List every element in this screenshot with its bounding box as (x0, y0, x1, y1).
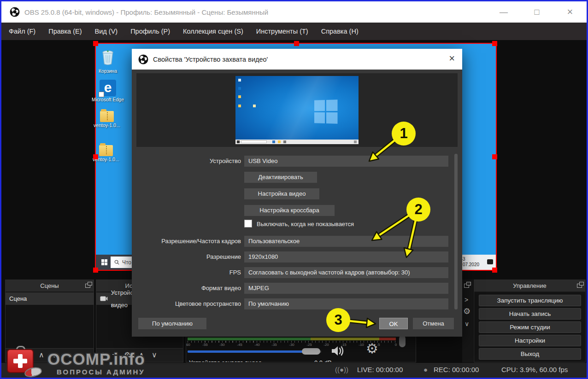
color-space-combobox[interactable]: По умолчанию (244, 298, 448, 309)
start-streaming-button[interactable]: Запустить трансляцию (479, 295, 581, 306)
ok-button[interactable]: OK (379, 318, 408, 329)
menu-scene-collection[interactable]: Коллекция сцен (S) (183, 28, 243, 35)
zip-folder-icon (99, 145, 113, 156)
dialog-scrollbar[interactable] (454, 154, 458, 309)
settings-button[interactable]: Настройки (479, 335, 581, 346)
live-broadcast-icon: ((●)) (335, 366, 348, 373)
configure-video-button[interactable]: Настройка видео (244, 188, 319, 199)
desktop-icon-ventoy-zip: ventoy-1.0... (89, 111, 124, 128)
menu-edit[interactable]: Правка (E) (48, 28, 82, 35)
handle-bottom-right[interactable] (492, 268, 497, 273)
volume-slider[interactable] (188, 350, 321, 353)
annotation-balloon-2: 2 (406, 198, 430, 222)
zip-folder-icon (100, 111, 114, 122)
video-preview-thumbnail (235, 76, 359, 144)
meter-tick: -25 (306, 343, 312, 347)
chevron-down-icon[interactable]: ∨ (465, 320, 469, 327)
move-source-down-button[interactable]: ∨ (152, 350, 157, 359)
windows-logo (314, 99, 338, 124)
minimize-button[interactable]: — (487, 1, 520, 23)
menu-profile[interactable]: Профиль (P) (130, 28, 170, 35)
meter-tick: -30 (289, 343, 294, 347)
transition-gear-icon[interactable]: ⚙ (463, 306, 470, 316)
notification-icon (487, 259, 493, 264)
obs-logo-icon (138, 54, 148, 64)
dialog-titlebar: Свойства 'Устройство захвата видео' × (132, 49, 462, 70)
video-format-label: Формат видео (132, 285, 241, 292)
meter-tick: -50 (219, 343, 225, 347)
volume-slider-fill (188, 350, 304, 353)
live-timer: LIVE: 00:00:00 (357, 366, 403, 373)
speaker-icon[interactable] (331, 345, 345, 356)
resolution-combobox[interactable]: 1920x1080 (244, 251, 448, 262)
rec-dot-icon: ● (423, 366, 428, 373)
menu-tools[interactable]: Инструменты (T) (256, 28, 308, 35)
exit-button[interactable]: Выход (479, 348, 581, 360)
video-capture-device-icon (100, 296, 108, 302)
meter-tick: -35 (271, 343, 277, 347)
thumb-taskbar (235, 140, 359, 144)
handle-bottom-left[interactable] (93, 268, 98, 273)
watermark-subtitle: ВОПРОСЫ АДМИНУ (57, 368, 145, 376)
cpu-fps-status: CPU: 3.9%, 60.00 fps (501, 366, 568, 373)
configure-crossbar-button[interactable]: Настройка кроссбара (244, 205, 335, 216)
device-combobox[interactable]: USB Video (244, 156, 448, 167)
defaults-button[interactable]: По умолчанию (138, 318, 206, 329)
start-recording-button[interactable]: Начать запись (479, 308, 581, 320)
windows-start-icon (101, 259, 107, 265)
meter-tick: -10 (359, 343, 364, 347)
cancel-button[interactable]: Отмена (413, 318, 454, 329)
deactivate-when-not-showing-checkbox[interactable] (244, 220, 252, 227)
video-format-combobox[interactable]: MJPEG (244, 283, 448, 294)
undock-icon[interactable] (85, 284, 90, 288)
handle-top-center[interactable] (294, 41, 299, 46)
checkbox-label: Выключать, когда не показывается (257, 221, 354, 227)
meter-tick: -55 (202, 343, 208, 347)
resfps-combobox[interactable]: Пользовательское (244, 236, 448, 247)
mixer-db-value: 0.0 dB (314, 359, 332, 362)
magnifier-icon (114, 260, 119, 265)
handle-mid-right[interactable] (492, 154, 497, 159)
mixer-gear-icon[interactable]: ⚙ (366, 342, 378, 356)
desktop-icon-ventoy-folder: ventoy-1.0... (88, 145, 123, 162)
volume-slider-handle[interactable] (302, 348, 320, 355)
meter-tick: -40 (254, 343, 260, 347)
dialog-title: Свойства 'Устройство захвата видео' (153, 56, 268, 63)
chevron-right-icon[interactable]: > (465, 296, 468, 303)
meter-tick: 0 (395, 343, 397, 347)
menu-file[interactable]: Файл (F) (9, 28, 35, 35)
obs-logo-icon (10, 7, 20, 17)
volume-meter (188, 338, 396, 340)
scene-list-item[interactable]: Сцена (6, 292, 94, 305)
move-scene-up-button[interactable]: ∧ (39, 350, 44, 359)
edge-icon: e (100, 80, 116, 96)
color-space-label: Цветовое пространство (132, 300, 241, 307)
device-label: Устройство (132, 157, 241, 164)
undock-icon[interactable] (577, 284, 582, 288)
annotation-balloon-3: 3 (326, 308, 350, 332)
controls-panel: Управление Запустить трансляцию Начать з… (474, 280, 586, 362)
maximize-button[interactable]: □ (520, 1, 553, 23)
handle-top-left[interactable] (93, 41, 98, 46)
menu-view[interactable]: Вид (V) (95, 28, 118, 35)
fps-label: FPS (132, 269, 241, 276)
fps-combobox[interactable]: Согласовать с выходной частотой кадров (… (244, 267, 448, 278)
properties-dialog: Свойства 'Устройство захвата видео' × (132, 49, 462, 337)
desktop-icon-edge: e Microsoft Edge (90, 80, 125, 102)
resolution-label: Разрешение (132, 253, 241, 260)
menu-help[interactable]: Справка (H) (321, 28, 359, 35)
meter-tick: -20 (323, 343, 329, 347)
handle-top-right[interactable] (492, 41, 497, 46)
close-button[interactable]: × (553, 1, 587, 23)
mixer-scrollbar[interactable] (399, 335, 406, 347)
undock-icon[interactable] (464, 284, 469, 288)
dialog-close-button[interactable]: × (449, 52, 455, 64)
meter-tick: -60 (186, 343, 190, 347)
obs-main-window: OBS 25.0.8 (64-bit, windows) - Профиль: … (0, 0, 588, 379)
handle-mid-left[interactable] (93, 154, 98, 159)
mixer-source-label: Устройство захвата видео (189, 359, 262, 362)
window-titlebar: OBS 25.0.8 (64-bit, windows) - Профиль: … (1, 1, 587, 23)
deactivate-button[interactable]: Деактивировать (244, 172, 317, 183)
studio-mode-button[interactable]: Режим студии (479, 321, 581, 333)
recycle-bin-icon (100, 49, 116, 66)
